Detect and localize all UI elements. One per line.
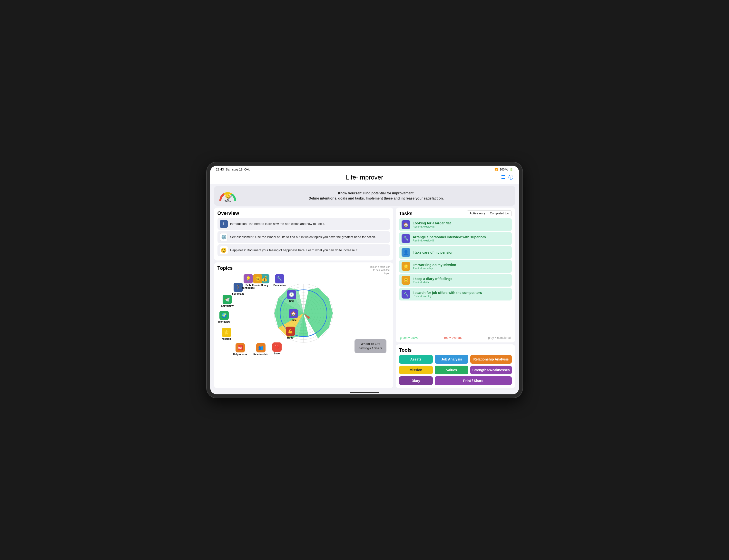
left-column: Overview i Introduction: Tap here to lea…: [214, 208, 393, 388]
main-content: 😊 74 % Know yourself. Find potential for…: [210, 184, 519, 390]
task-jobs-text: I search for job offers with the competi…: [413, 291, 482, 298]
helpfulness-label: Helpfulness: [233, 353, 247, 356]
self-confidence-icon: 💡: [244, 274, 253, 283]
overview-item-self[interactable]: ⚙️ Self-assessment: Use the Wheel of Lif…: [218, 231, 390, 243]
task-jobs-remind: Remind: weekly: [413, 295, 482, 298]
task-item-mission[interactable]: ⭐ I'm working on my Mission Remind: mont…: [399, 260, 512, 273]
self-image-icon: 🚶: [234, 283, 243, 292]
self-image-label: Self-image: [232, 292, 245, 295]
self-text: Self-assessment: Use the Wheel of Life t…: [230, 235, 376, 239]
time-icon: 🕐: [287, 290, 296, 299]
tasks-legend: green = active red = overdue gray = comp…: [399, 335, 512, 340]
task-pension-text: I take care of my pension: [413, 250, 453, 254]
task-mission-icon: ⭐: [401, 262, 410, 271]
tool-values-button[interactable]: Values: [435, 366, 468, 374]
task-diary-title: I keep a diary of feelings: [413, 277, 452, 281]
overview-item-happiness[interactable]: 😊 Happiness: Document your feeling of ha…: [218, 244, 390, 256]
task-diary-text: I keep a diary of feelings Remind: daily: [413, 277, 452, 284]
battery-label: 100 %: [499, 168, 508, 171]
app-title: Life-Improver: [346, 174, 383, 181]
tool-mission-button[interactable]: Mission: [399, 366, 433, 374]
tool-assets-button[interactable]: Assets: [399, 355, 433, 364]
task-mission-title: I'm working on my Mission: [413, 263, 456, 267]
topic-emotions[interactable]: 😊 Emotions: [252, 274, 264, 287]
topic-time[interactable]: 🕐 Time: [287, 290, 296, 302]
tools-card: Tools Assets Job Analysis Relationship A…: [396, 344, 515, 388]
task-flat-text: Looking for a larger flat Remind: weekly…: [413, 221, 451, 228]
profession-icon: 🔧: [275, 274, 284, 283]
task-flat-remind: Remind: weekly !!!: [413, 225, 451, 228]
mission-label: Mission: [222, 338, 231, 340]
ipad-frame: 22:43 Samstag 19. Okt. 📶 100 % 🔋 Life-Im…: [207, 162, 522, 398]
profession-label: Profession: [274, 284, 286, 287]
happiness-icon: 😊: [220, 246, 228, 254]
tool-job-analysis-button[interactable]: Job Analysis: [435, 355, 468, 364]
status-time: 22:43 Samstag 19. Okt.: [216, 168, 250, 171]
battery-icon: 🔋: [509, 168, 513, 171]
tool-diary-button[interactable]: Diary: [399, 376, 433, 385]
tool-strengths-button[interactable]: Strengths/Weaknesses: [470, 366, 511, 374]
menu-icon[interactable]: ☰: [501, 174, 505, 181]
legend-red: red = overdue: [444, 336, 462, 340]
topic-mission[interactable]: 🌟 Mission: [222, 328, 231, 340]
wheel-svg: [267, 278, 340, 349]
task-interview-icon: 🔧: [401, 234, 410, 243]
task-flat-title: Looking for a larger flat: [413, 221, 451, 225]
task-jobs-icon: 🔧: [401, 290, 410, 299]
overview-item-intro[interactable]: i Introduction: Tap here to learn how th…: [218, 218, 390, 230]
hero-banner: 😊 74 % Know yourself. Find potential for…: [214, 186, 515, 206]
task-item-diary[interactable]: 😊 I keep a diary of feelings Remind: dai…: [399, 274, 512, 287]
two-column-layout: Overview i Introduction: Tap here to lea…: [214, 208, 515, 388]
topic-helpfulness[interactable]: 🆘 Helpfulness: [233, 343, 247, 356]
task-item-interview[interactable]: 🔧 Arrange a personnel interview with sup…: [399, 232, 512, 245]
hero-line2: Define intentions, goals and tasks. Impl…: [241, 196, 511, 201]
task-mission-text: I'm working on my Mission Remind: monthl…: [413, 263, 456, 270]
topic-home[interactable]: 🏠 Home: [289, 309, 298, 321]
topic-profession[interactable]: 🔧 Profession: [274, 274, 286, 287]
task-mission-remind: Remind: monthly: [413, 267, 456, 270]
task-diary-remind: Remind: daily: [413, 281, 452, 284]
tool-print-share-button[interactable]: Print / Share: [435, 376, 512, 385]
filter-completed-button[interactable]: Completed too: [487, 211, 511, 216]
time-label: Time: [289, 300, 294, 302]
tools-grid: Assets Job Analysis Relationship Analysi…: [399, 355, 512, 385]
task-jobs-title: I search for job offers with the competi…: [413, 291, 482, 295]
body-label: Body: [287, 336, 293, 339]
wheel-settings-button[interactable]: Wheel of LifeSettings / Share: [355, 339, 386, 353]
topic-relationship[interactable]: 👥 Relationship: [254, 343, 268, 356]
topic-spirituality[interactable]: 🕊️ Spirituality: [221, 295, 234, 307]
nav-icons: ☰ ⓘ: [501, 174, 513, 181]
intro-icon: i: [220, 220, 228, 228]
task-interview-title: Arrange a personnel interview with super…: [413, 235, 486, 239]
task-item-pension[interactable]: 👤 I take care of my pension: [399, 246, 512, 259]
emotions-icon: 😊: [253, 274, 262, 283]
filter-active-button[interactable]: Active only: [467, 211, 487, 216]
overview-title: Overview: [218, 210, 390, 216]
wifi-icon: 📶: [494, 168, 498, 171]
relationship-label: Relationship: [254, 353, 268, 356]
status-right: 📶 100 % 🔋: [494, 168, 513, 171]
task-item-jobs[interactable]: 🔧 I search for job offers with the compe…: [399, 288, 512, 300]
hero-text: Know yourself. Find potential for improv…: [241, 191, 511, 201]
topic-worldview[interactable]: 🌍 Worldview: [218, 311, 231, 323]
home-icon: 🏠: [289, 309, 298, 318]
help-icon[interactable]: ⓘ: [508, 174, 513, 181]
relationship-icon: 👥: [256, 343, 266, 352]
task-pension-title: I take care of my pension: [413, 250, 453, 254]
gauge-percent: 74 %: [225, 200, 231, 203]
tools-title: Tools: [399, 347, 512, 353]
mission-icon: 🌟: [222, 328, 231, 337]
tasks-title: Tasks: [399, 211, 412, 216]
svg-text:😊: 😊: [225, 194, 231, 199]
home-label: Home: [290, 319, 297, 321]
legend-green: green = active: [400, 336, 418, 340]
happiness-text: Happiness: Document your feeling of happ…: [230, 248, 358, 252]
topic-love[interactable]: ❤️ Love: [272, 342, 282, 355]
self-icon: ⚙️: [220, 233, 228, 241]
body-icon: 💪: [286, 327, 295, 336]
tool-relationship-analysis-button[interactable]: Relationship Analysis: [470, 355, 511, 364]
worldview-icon: 🌍: [220, 311, 229, 320]
topic-body[interactable]: 💪 Body: [286, 327, 295, 339]
task-diary-icon: 😊: [401, 276, 410, 285]
task-item-flat[interactable]: 🏠 Looking for a larger flat Remind: week…: [399, 218, 512, 231]
